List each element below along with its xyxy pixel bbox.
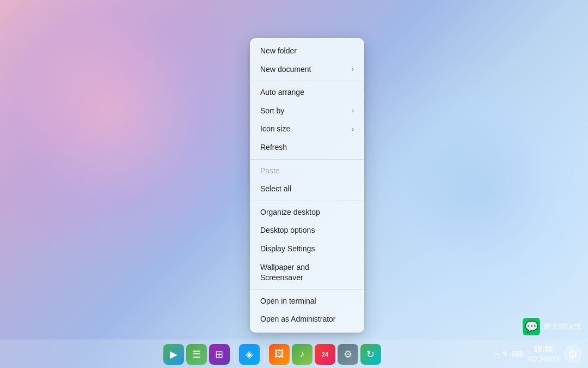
menu-item-icon-size[interactable]: Icon size› bbox=[250, 120, 364, 138]
menu-item-refresh[interactable]: Refresh bbox=[250, 138, 364, 157]
menu-label-icon-size: Icon size bbox=[260, 124, 290, 135]
taskbar-app-update[interactable]: ↻ bbox=[360, 344, 381, 365]
menu-label-new-document: New document bbox=[260, 64, 311, 75]
clock-area[interactable]: 16:02 2023/08/24 bbox=[527, 344, 560, 364]
taskbar-app-photo[interactable]: 🖼 bbox=[269, 344, 290, 365]
taskbar-app-calendar[interactable]: 24 bbox=[315, 344, 335, 365]
menu-label-refresh: Refresh bbox=[260, 142, 287, 153]
menu-item-display-settings[interactable]: Display Settings bbox=[250, 240, 364, 258]
taskbar-app-grid[interactable]: ⊞ bbox=[209, 344, 230, 365]
menu-label-organize-desktop: Organize desktop bbox=[260, 207, 320, 218]
menu-separator bbox=[250, 159, 364, 160]
taskbar-app-store[interactable]: ◈ bbox=[239, 344, 260, 365]
clock-date: 2023/08/24 bbox=[527, 355, 560, 364]
taskbar-divider bbox=[234, 347, 235, 362]
menu-separator bbox=[250, 289, 364, 290]
watermark-text: 鹏大师运维 bbox=[543, 322, 581, 331]
menu-separator bbox=[250, 81, 364, 81]
menu-item-organize-desktop[interactable]: Organize desktop bbox=[250, 203, 364, 222]
menu-label-open-admin: Open as Administrator bbox=[260, 314, 336, 325]
menu-label-auto-arrange: Auto arrange bbox=[260, 87, 304, 98]
menu-arrow-sort-by: › bbox=[352, 106, 354, 116]
menu-label-new-folder: New folder bbox=[260, 46, 297, 57]
taskbar-app-files[interactable]: ☰ bbox=[186, 344, 207, 365]
taskbar-app-media[interactable]: ▶ bbox=[163, 344, 184, 365]
menu-item-auto-arrange[interactable]: Auto arrange bbox=[250, 83, 364, 102]
taskbar: ▶☰⊞◈🖼♪24⚙↻ ✎ ⌨ 16:02 2023/08/24 ⏻ bbox=[0, 340, 588, 368]
system-tray: ✎ ⌨ bbox=[494, 349, 523, 358]
menu-label-wallpaper-screensaver: Wallpaper and Screensaver bbox=[260, 262, 354, 283]
wechat-icon: 💬 bbox=[523, 318, 540, 335]
taskbar-app-settings[interactable]: ⚙ bbox=[338, 344, 358, 365]
menu-label-sort-by: Sort by bbox=[260, 106, 284, 117]
menu-item-select-all[interactable]: Select all bbox=[250, 180, 364, 198]
tray-keyboard-icon[interactable]: ⌨ bbox=[512, 349, 523, 358]
taskbar-app-music[interactable]: ♪ bbox=[292, 344, 313, 365]
menu-item-desktop-options[interactable]: Desktop options bbox=[250, 221, 364, 240]
menu-arrow-new-document: › bbox=[352, 65, 354, 74]
menu-item-wallpaper-screensaver[interactable]: Wallpaper and Screensaver bbox=[250, 258, 364, 287]
menu-item-open-admin[interactable]: Open as Administrator bbox=[250, 310, 364, 329]
menu-item-paste: Paste bbox=[250, 162, 364, 180]
tray-pen-icon[interactable]: ✎ bbox=[502, 349, 509, 358]
desktop: New folderNew document›Auto arrangeSort … bbox=[0, 0, 588, 368]
menu-label-display-settings: Display Settings bbox=[260, 244, 315, 255]
menu-item-open-terminal[interactable]: Open in terminal bbox=[250, 292, 364, 311]
menu-label-paste: Paste bbox=[260, 166, 280, 177]
power-button[interactable]: ⏻ bbox=[564, 345, 581, 363]
menu-label-select-all: Select all bbox=[260, 184, 291, 195]
tray-expand[interactable] bbox=[494, 353, 499, 355]
menu-arrow-icon-size: › bbox=[352, 125, 354, 134]
menu-item-new-document[interactable]: New document› bbox=[250, 61, 364, 79]
menu-item-new-folder[interactable]: New folder bbox=[250, 42, 364, 61]
clock-time: 16:02 bbox=[534, 344, 553, 355]
menu-label-desktop-options: Desktop options bbox=[260, 225, 315, 236]
menu-separator bbox=[250, 201, 364, 201]
taskbar-right: ✎ ⌨ 16:02 2023/08/24 ⏻ bbox=[494, 344, 581, 364]
context-menu: New folderNew document›Auto arrangeSort … bbox=[250, 38, 364, 333]
taskbar-center: ▶☰⊞◈🖼♪24⚙↻ bbox=[163, 344, 381, 365]
menu-label-open-terminal: Open in terminal bbox=[260, 296, 316, 307]
watermark: 💬 鹏大师运维 bbox=[523, 318, 581, 335]
taskbar-divider bbox=[264, 347, 265, 362]
menu-item-sort-by[interactable]: Sort by› bbox=[250, 102, 364, 120]
